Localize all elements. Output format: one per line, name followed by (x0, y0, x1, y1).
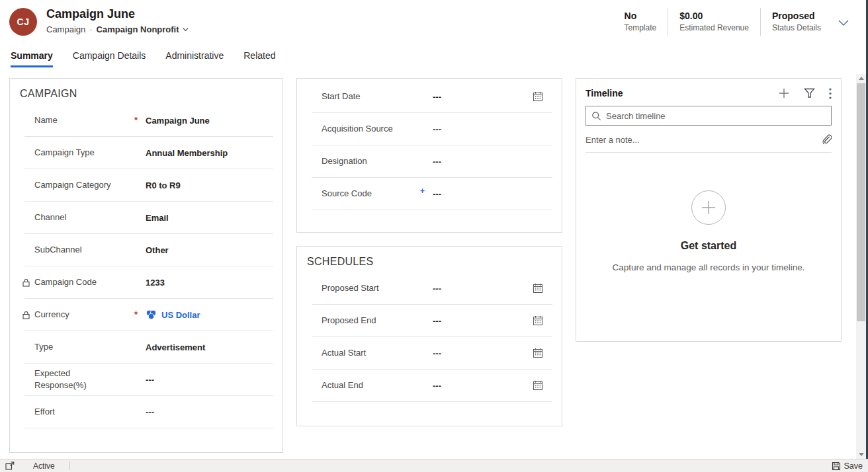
plus-icon (778, 87, 790, 99)
lock-icon (22, 278, 30, 286)
form-footer: Active Save (0, 459, 868, 472)
section-title: SCHEDULES (307, 256, 562, 268)
field-label: Actual End (322, 379, 363, 391)
field-label: Designation (322, 155, 367, 167)
required-marker: * (134, 117, 138, 124)
field-value[interactable]: Advertisement (146, 342, 205, 352)
calendar-icon[interactable] (533, 380, 543, 391)
field-row-type[interactable]: Type Advertisement (24, 331, 273, 364)
tab-administrative[interactable]: Administrative (165, 50, 224, 67)
tab-campaign-details[interactable]: Campaign Details (73, 50, 146, 67)
timeline-filter-button[interactable] (804, 88, 815, 98)
timeline-header: Timeline (586, 87, 832, 99)
field-row-start-date[interactable]: Start Date --- (312, 81, 552, 113)
field-value[interactable]: --- (433, 381, 441, 391)
field-row-campaign-type[interactable]: Campaign Type Annual Membership (24, 137, 273, 169)
empty-state-title: Get started (681, 240, 736, 252)
scroll-up-arrow[interactable] (856, 74, 866, 83)
timeline-search-box (586, 106, 832, 126)
campaign-form-page: CJ Campaign June Campaign · Campaign Non… (0, 0, 868, 472)
schedules-section: SCHEDULES Proposed Start --- Proposed En… (296, 246, 562, 426)
calendar-icon[interactable] (533, 348, 543, 358)
field-value[interactable]: US Dollar (161, 310, 200, 320)
field-value[interactable]: Annual Membership (146, 148, 228, 158)
field-row-expected-response[interactable]: Expected Response(%) --- (24, 364, 273, 396)
field-row-actual-end[interactable]: Actual End --- (312, 370, 552, 402)
field-label: Actual Start (322, 347, 366, 359)
field-label: Campaign Code (34, 276, 97, 288)
get-started-plus-button[interactable] (691, 190, 726, 225)
field-row-proposed-start[interactable]: Proposed Start --- (312, 272, 552, 305)
timeline-add-button[interactable] (778, 87, 790, 99)
empty-state-caption: Capture and manage all records in your t… (612, 262, 804, 272)
currency-icon[interactable] (146, 309, 157, 320)
field-value[interactable]: Campaign June (146, 116, 210, 126)
field-value[interactable]: --- (433, 92, 441, 102)
paperclip-icon[interactable] (822, 134, 832, 145)
field-row-campaign-category[interactable]: Campaign Category R0 to R9 (24, 169, 273, 202)
entity-type-label: Campaign (46, 24, 85, 34)
field-row-name[interactable]: Name * Campaign June (24, 104, 273, 137)
field-label: Campaign Type (34, 147, 95, 159)
footer-divider (69, 461, 70, 470)
field-row-campaign-code[interactable]: Campaign Code 1233 (24, 266, 273, 299)
field-value[interactable]: R0 to R9 (146, 180, 181, 190)
field-row-channel[interactable]: Channel Email (24, 202, 273, 234)
header-field-label: Template (625, 22, 657, 34)
field-value[interactable]: --- (433, 124, 441, 134)
required-marker: * (134, 311, 138, 318)
scrollbar-thumb[interactable] (857, 83, 865, 321)
field-value[interactable]: Email (146, 213, 169, 223)
header-field-status-details[interactable]: Proposed Status Details (761, 7, 832, 37)
timeline-more-button[interactable] (829, 88, 832, 99)
calendar-icon[interactable] (533, 91, 543, 102)
header-field-value: $0.00 (679, 10, 749, 22)
field-label: Source Code (322, 188, 372, 200)
header-field-estimated-revenue[interactable]: $0.00 Estimated Revenue (668, 7, 760, 37)
field-row-acquisition-source[interactable]: Acquisition Source --- (312, 113, 552, 145)
field-value[interactable]: --- (146, 407, 154, 417)
timeline-title: Timeline (586, 88, 778, 98)
field-value[interactable]: --- (433, 189, 441, 199)
field-value[interactable]: --- (146, 375, 154, 385)
details-section: Start Date --- Acquisition Source --- De… (296, 78, 562, 233)
field-row-currency[interactable]: Currency * US Dollar (24, 299, 273, 331)
header-field-label: Status Details (772, 22, 821, 34)
search-input[interactable] (606, 111, 826, 121)
filter-icon (804, 88, 815, 98)
header-field-label: Estimated Revenue (679, 22, 749, 34)
field-value[interactable]: Other (146, 245, 169, 255)
field-label: Channel (34, 212, 66, 223)
field-label: Type (34, 341, 53, 353)
field-label: Campaign Category (34, 179, 111, 191)
calendar-icon[interactable] (533, 283, 543, 294)
note-input[interactable]: Enter a note... (586, 127, 832, 153)
field-row-actual-start[interactable]: Actual Start --- (312, 337, 552, 370)
field-row-source-code[interactable]: Source Code + --- (312, 178, 552, 210)
popout-icon[interactable] (5, 461, 15, 470)
field-row-subchannel[interactable]: SubChannel Other (24, 234, 273, 266)
header-field-template[interactable]: No Template (613, 7, 668, 37)
field-label: Expected Response(%) (34, 368, 118, 391)
field-value[interactable]: --- (433, 348, 441, 358)
field-value[interactable]: --- (433, 284, 441, 294)
field-value[interactable]: --- (433, 157, 441, 167)
form-selector[interactable]: Campaign Nonprofit (97, 24, 189, 34)
timeline-section: Timeline Enter a note... (576, 78, 842, 342)
field-label: SubChannel (34, 244, 82, 256)
field-value[interactable]: 1233 (146, 278, 165, 288)
field-row-designation[interactable]: Designation --- (312, 145, 552, 178)
field-label: Name (34, 114, 58, 126)
tab-summary[interactable]: Summary (11, 50, 53, 67)
save-icon (832, 461, 841, 471)
field-row-proposed-end[interactable]: Proposed End --- (312, 305, 552, 337)
header-expand-button[interactable] (836, 17, 851, 29)
vertical-scrollbar[interactable] (856, 74, 866, 459)
tab-related[interactable]: Related (243, 50, 275, 67)
save-button[interactable]: Save (832, 461, 863, 471)
header-fields: No Template $0.00 Estimated Revenue Prop… (613, 7, 832, 37)
field-value[interactable]: --- (433, 316, 441, 326)
field-row-effort[interactable]: Effort --- (24, 396, 273, 428)
scroll-down-arrow[interactable] (856, 450, 866, 459)
calendar-icon[interactable] (533, 315, 543, 326)
